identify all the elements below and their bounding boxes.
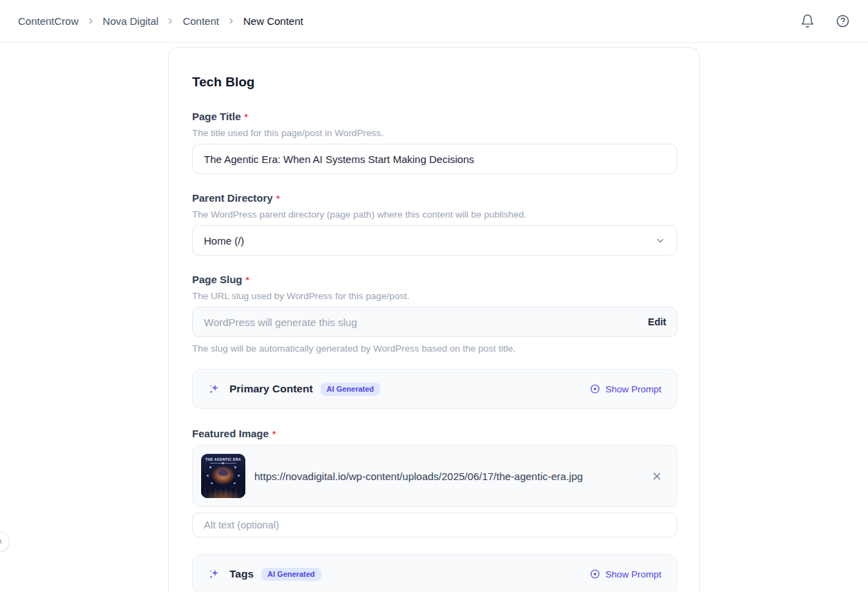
new-content-card: Tech Blog Page Title* The title used for… [168,47,700,592]
remove-image-button[interactable] [648,468,666,485]
eye-icon [589,383,601,394]
eye-icon [589,569,601,580]
tags-label: Tags [229,568,254,580]
page-title-input[interactable] [192,144,677,174]
breadcrumb-nova-digital[interactable]: Nova Digital [103,15,159,27]
show-prompt-button-primary-content[interactable]: Show Prompt [589,383,661,394]
show-prompt-label: Show Prompt [605,384,661,394]
page-title: Tech Blog [192,74,676,90]
tags-section: Tags AI Generated Show Prompt [192,554,677,592]
breadcrumb-new-content: New Content [243,15,303,27]
sparkles-icon [208,383,220,395]
header-actions [800,14,850,28]
page-slug-note: The slug will be automatically generated… [192,343,676,355]
sparkles-icon [208,568,220,580]
required-asterisk: * [276,193,280,204]
edit-slug-button[interactable]: Edit [648,307,666,337]
required-asterisk: * [245,112,248,122]
alt-text-input[interactable] [192,513,677,537]
help-circle-icon [836,14,850,28]
show-prompt-label: Show Prompt [605,569,661,580]
page-slug-label: Page Slug [192,274,243,285]
featured-image-thumbnail: THE AGENTIC ERA [201,454,245,498]
show-prompt-button-tags[interactable]: Show Prompt [589,569,661,580]
parent-directory-field-group: Parent Directory* The WordPress parent d… [192,191,676,256]
page-slug-input-wrap: Edit [192,307,677,337]
help-button[interactable] [836,14,850,28]
page-slug-helper: The URL slug used by WordPress for this … [192,290,676,303]
required-asterisk: * [272,429,276,439]
parent-directory-helper: The WordPress parent directory (page pat… [192,209,676,221]
thumbnail-title-text: THE AGENTIC ERA [201,457,245,461]
ai-generated-badge: AI Generated [321,383,380,396]
page-slug-input[interactable] [192,307,677,337]
page-title-field-group: Page Title* The title used for this page… [192,110,676,174]
notifications-bell-button[interactable] [800,14,815,28]
primary-content-section: Primary Content AI Generated Show Prompt [192,369,677,409]
close-icon [651,470,663,482]
breadcrumb-content[interactable]: Content [182,15,219,27]
featured-image-field-group: Featured Image* THE AGENTIC ERA https://… [192,427,676,537]
chevrons-left-icon [0,537,3,546]
ai-generated-badge: AI Generated [261,568,321,581]
chevron-right-icon [227,17,236,26]
parent-directory-value: Home (/) [204,235,244,247]
page: ContentCrow Nova Digital Content New Con… [0,0,868,592]
page-slug-field-group: Page Slug* The URL slug used by WordPres… [192,273,676,355]
required-asterisk: * [246,275,249,285]
page-title-helper: The title used for this page/post in Wor… [192,127,676,140]
page-title-label: Page Title [192,111,241,122]
chevron-right-icon [86,17,95,26]
chevron-down-icon [655,236,666,246]
breadcrumb-contentcrow[interactable]: ContentCrow [18,15,79,27]
top-header: ContentCrow Nova Digital Content New Con… [0,0,868,43]
breadcrumb: ContentCrow Nova Digital Content New Con… [18,15,303,27]
bell-icon [800,14,815,28]
parent-directory-select[interactable]: Home (/) [192,225,677,256]
sidebar-collapse-button[interactable] [0,531,10,552]
featured-image-card: THE AGENTIC ERA https://novadigital.io/w… [192,445,677,507]
parent-directory-label: Parent Directory [192,192,273,204]
featured-image-label: Featured Image [192,428,269,439]
chevron-right-icon [166,17,175,26]
featured-image-url: https://novadigital.io/wp-content/upload… [254,470,648,482]
primary-content-label: Primary Content [229,383,313,395]
